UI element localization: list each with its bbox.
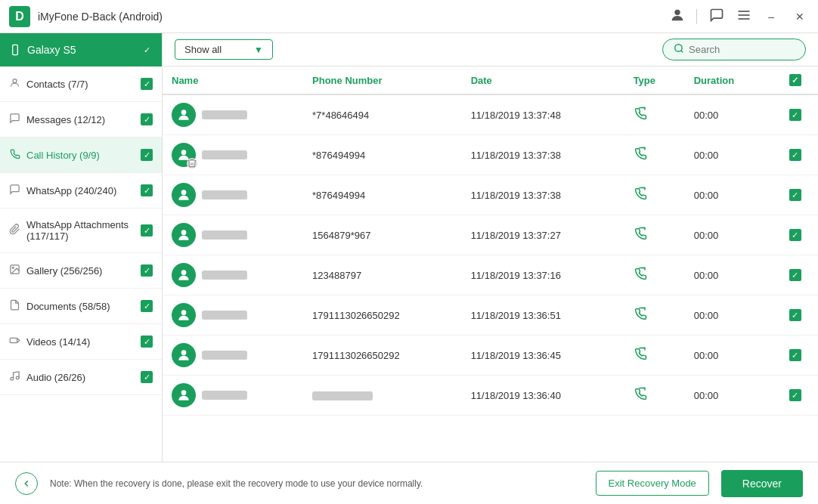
recover-button[interactable]: Recover — [721, 470, 803, 497]
call-type-icon — [634, 150, 647, 162]
date-cell: 11/18/2019 13:37:38 — [462, 135, 624, 175]
toolbar: Show all ▼ — [163, 33, 818, 66]
duration-cell: 00:00 — [685, 335, 773, 376]
sidebar-items: Contacts (7/7) Messages (12/12) Call His… — [0, 66, 162, 395]
sidebar-item-label: Messages (12/12) — [26, 114, 105, 125]
phone-cell: *876494994 — [303, 135, 462, 175]
documents-icon — [9, 299, 20, 313]
back-button[interactable] — [15, 472, 38, 495]
search-icon — [674, 43, 684, 56]
svg-point-26 — [181, 350, 187, 355]
table-row: 1564879*967 11/18/2019 13:37:27 00:00 — [163, 215, 818, 255]
duration-cell: 00:00 — [685, 215, 773, 255]
phone-cell: 1791113026650292 — [303, 335, 462, 376]
type-cell — [624, 255, 685, 295]
row-checkbox[interactable] — [789, 309, 801, 321]
sidebar-item-call-history[interactable]: Call History (9/9) — [0, 138, 162, 173]
col-type: Type — [624, 66, 685, 94]
phone-cell: 1564879*967 — [303, 215, 462, 255]
row-checkbox-cell[interactable] — [773, 295, 818, 335]
gallery-icon — [9, 264, 20, 277]
row-checkbox[interactable] — [789, 349, 801, 361]
search-input[interactable] — [689, 44, 795, 55]
sidebar-item-whatsapp-attachments[interactable]: WhatsApp Attachments (117/117) — [0, 209, 162, 253]
sidebar-select-all[interactable] — [141, 44, 153, 56]
col-select-all[interactable] — [773, 66, 818, 94]
name-cell — [163, 94, 303, 135]
sidebar-item-label: Videos (14/14) — [26, 336, 90, 348]
svg-rect-4 — [13, 45, 18, 54]
filter-dropdown[interactable]: Show all ▼ — [175, 39, 273, 60]
contact-name-blurred — [202, 150, 247, 159]
duration-cell: 00:00 — [685, 175, 773, 215]
footer-note: Note: When the recovery is done, please … — [50, 478, 584, 489]
sidebar-item-whatsapp[interactable]: WhatsApp (240/240) — [0, 173, 162, 209]
row-checkbox[interactable] — [789, 389, 801, 401]
sidebar-item-checkbox[interactable] — [141, 113, 153, 125]
videos-icon — [9, 335, 20, 348]
phone-cell: 1791113026650292 — [303, 295, 462, 335]
row-checkbox-cell[interactable] — [773, 94, 818, 135]
phone-cell: *876494994 — [303, 175, 462, 215]
table-row: 1791113026650292 11/18/2019 13:36:45 00:… — [163, 335, 818, 376]
col-date: Date — [462, 66, 624, 94]
row-checkbox[interactable] — [789, 189, 801, 201]
menu-icon[interactable] — [736, 8, 751, 26]
row-checkbox-cell[interactable] — [773, 135, 818, 175]
minimize-button[interactable]: – — [764, 8, 779, 26]
name-cell — [163, 135, 303, 175]
sidebar-item-gallery[interactable]: Gallery (256/256) — [0, 253, 162, 289]
table-row: *7*48646494 11/18/2019 13:37:48 00:00 — [163, 94, 818, 135]
sidebar-item-audio[interactable]: Audio (26/26) — [0, 360, 162, 395]
sidebar-item-checkbox[interactable] — [141, 224, 153, 237]
contact-name-blurred — [202, 271, 247, 280]
row-checkbox-cell[interactable] — [773, 335, 818, 376]
row-checkbox-cell[interactable] — [773, 376, 818, 416]
sidebar-item-label: Documents (58/58) — [26, 301, 110, 312]
row-checkbox-cell[interactable] — [773, 175, 818, 215]
sidebar-item-documents[interactable]: Documents (58/58) — [0, 289, 162, 324]
svg-point-12 — [675, 45, 682, 51]
row-checkbox-cell[interactable] — [773, 215, 818, 255]
type-cell — [624, 94, 685, 135]
sidebar-item-checkbox[interactable] — [141, 149, 153, 161]
sidebar-item-videos[interactable]: Videos (14/14) — [0, 324, 162, 360]
svg-point-14 — [181, 110, 187, 115]
sidebar-item-contacts[interactable]: Contacts (7/7) — [0, 66, 162, 102]
sidebar-item-checkbox[interactable] — [141, 184, 153, 196]
row-checkbox[interactable] — [789, 229, 801, 241]
exit-recovery-button[interactable]: Exit Recovery Mode — [596, 471, 709, 496]
sidebar-header: Galaxy S5 — [0, 33, 162, 66]
row-checkbox-cell[interactable] — [773, 255, 818, 295]
table-row: 11/18/2019 13:36:40 00:00 — [163, 376, 818, 416]
row-checkbox[interactable] — [789, 109, 801, 121]
col-name: Name — [163, 66, 303, 94]
profile-icon[interactable] — [669, 7, 684, 26]
sidebar-item-checkbox[interactable] — [141, 335, 153, 348]
sidebar-item-messages[interactable]: Messages (12/12) — [0, 102, 162, 138]
duration-cell: 00:00 — [685, 295, 773, 335]
sidebar-item-checkbox[interactable] — [141, 300, 153, 312]
sidebar: Galaxy S5 Contacts (7/7) Messages (12/12… — [0, 33, 163, 462]
sidebar-item-checkbox[interactable] — [141, 78, 153, 90]
sidebar-item-checkbox[interactable] — [141, 264, 153, 277]
name-cell — [163, 175, 303, 215]
contact-name-blurred — [202, 230, 247, 240]
row-checkbox[interactable] — [789, 269, 801, 281]
close-button[interactable]: ✕ — [791, 8, 809, 26]
chat-icon[interactable] — [709, 8, 724, 26]
svg-rect-9 — [10, 338, 17, 342]
svg-point-18 — [181, 190, 187, 195]
svg-point-20 — [181, 230, 187, 235]
call-type-icon — [634, 350, 647, 363]
table-container: Name Phone Number Date Type Duration — [163, 66, 818, 462]
delete-badge — [187, 158, 197, 169]
footer: Note: When the recovery is done, please … — [0, 462, 818, 504]
contact-name-blurred — [202, 351, 247, 360]
title-bar: D iMyFone D-Back (Android) – ✕ — [0, 0, 818, 33]
row-checkbox[interactable] — [789, 149, 801, 161]
table-row: 1791113026650292 11/18/2019 13:36:51 00:… — [163, 295, 818, 335]
avatar — [172, 223, 196, 247]
name-cell — [163, 295, 303, 335]
sidebar-item-checkbox[interactable] — [141, 371, 153, 383]
